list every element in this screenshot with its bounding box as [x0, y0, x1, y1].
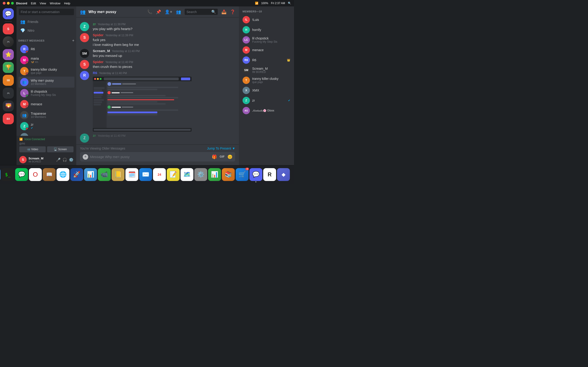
member-name-zr: zr [252, 99, 286, 102]
search-icon[interactable]: 🔍 [288, 2, 291, 5]
menu-window[interactable]: Window [50, 2, 61, 5]
member-item-akatsuki[interactable]: AG 𝓐𝓴𝓪𝓽𝓼𝓾𝓴𝓲🌸 Gloxx [241, 106, 292, 116]
dm-item-lilchopstick[interactable]: L lil chopstick Fucking My Step Sis [18, 88, 74, 99]
dock-calendar24[interactable]: 24 [153, 168, 166, 181]
dock-notes[interactable]: 📝 [167, 168, 180, 181]
nav-friends[interactable]: 👥 Friends [18, 17, 74, 26]
mute-icon[interactable]: 🎤 [56, 158, 61, 162]
menu-help[interactable]: Help [64, 2, 70, 5]
server-icon-2[interactable]: 🎮 [3, 36, 14, 47]
member-item-scream[interactable]: SM Scream_M IM BORED [241, 65, 292, 75]
screen-button[interactable]: 🖥️ Screen [47, 146, 73, 152]
avatar-menace: M [20, 100, 28, 108]
numbers-icon: 📊 [211, 171, 218, 178]
dock-terminal[interactable]: $_ [1, 168, 14, 181]
help-icon[interactable]: ❓ [230, 9, 235, 15]
member-sub-tkc: que papi [252, 81, 290, 84]
dm-item-whyme[interactable]: 👥 Why me= pussy 10 Members [18, 77, 74, 88]
menu-view[interactable]: View [40, 2, 46, 5]
dm-status-zr: ✔ [31, 126, 73, 130]
pin-icon[interactable]: 📌 [156, 9, 161, 15]
close-button[interactable] [3, 2, 6, 5]
dm-item-tkc[interactable]: T tranny killer clusky que papi [18, 66, 74, 77]
add-member-icon[interactable]: 👤+ [165, 9, 172, 15]
menu-edit[interactable]: Edit [31, 2, 36, 5]
member-item-r6[interactable]: R6 R6 👑 [241, 55, 292, 65]
minimize-button[interactable] [7, 2, 10, 5]
dm-item-trapanese[interactable]: 👥 Trapanese 10 Members [18, 110, 74, 121]
dock-keynote[interactable]: 📊 [84, 168, 97, 181]
message-r6-image: R R6 Yesterday at 11:40 PM [76, 70, 239, 133]
dm-name-lilchopstick: lil chopstick [31, 90, 73, 93]
dock-opera[interactable]: O [29, 168, 42, 181]
member-item-lilchopstick[interactable]: LC lil chopstick Fucking My Step Sis [241, 35, 292, 45]
server-icon-5[interactable]: SB [3, 75, 14, 86]
message-zr-partial: Z zr Yesterday at 11:40 PM [76, 133, 239, 144]
nav-nitro[interactable]: 💎 Nitro [18, 26, 74, 35]
window-controls[interactable] [3, 2, 14, 5]
settings-icon[interactable]: ⚙️ [69, 158, 73, 162]
emoji-icon[interactable]: 😊 [227, 154, 233, 159]
appstore-icon: 🛒 [238, 171, 246, 178]
video-button[interactable]: 📹 Video [19, 146, 46, 152]
dm-item-lxserarri[interactable]: L lxser_arri [18, 132, 74, 136]
server-icon-1[interactable]: S [3, 23, 14, 34]
dock-trash[interactable]: 🗑️ [294, 168, 294, 181]
server-icon-3[interactable]: ⭐ [3, 49, 14, 60]
chat-search-input[interactable] [187, 10, 210, 14]
input-icons: 🎁 GIF 😊 [212, 154, 233, 159]
dock-numbers[interactable]: 📊 [208, 168, 221, 181]
member-item-tkc-m[interactable]: T tranny killer clusky que papi [241, 75, 292, 85]
member-item-luis[interactable]: !L !Luis [241, 15, 292, 25]
dock-roblox[interactable]: R [263, 168, 276, 181]
dock-appstore[interactable]: 🛒 4 [236, 168, 249, 181]
dock-settings[interactable]: ⚙️ [194, 168, 207, 181]
dock-messages[interactable]: 💬 [15, 168, 28, 181]
dock-chrome[interactable]: 🌐 [57, 168, 69, 181]
member-item-xmx[interactable]: X XMX [241, 85, 292, 95]
server-icon-6[interactable]: 🎮 [3, 88, 14, 99]
dm-item-r6[interactable]: R R6 [18, 44, 74, 55]
dock-books[interactable]: 📚 [222, 168, 235, 181]
dock-dictionary[interactable]: 📖 [43, 168, 56, 181]
server-icon-7[interactable]: 🌄 [3, 100, 14, 111]
add-dm-icon[interactable]: + [72, 39, 74, 43]
member-item-horrify[interactable]: H horrify [241, 25, 292, 35]
dock-mail[interactable]: ✉️ [139, 168, 152, 181]
dm-item-zr[interactable]: Z zr ✔ [18, 121, 74, 132]
dock-finder[interactable]: 🔵 [0, 168, 0, 181]
dock-notefile[interactable]: 📒 [112, 168, 124, 181]
dm-search-input[interactable] [19, 9, 74, 15]
member-item-zr-m[interactable]: Z zr ✔ [241, 95, 292, 106]
dock-facetime[interactable]: 📹 [98, 168, 111, 181]
server-icon-4[interactable]: 🏆 [3, 62, 14, 73]
server-icon-8[interactable]: BX [3, 113, 14, 124]
chevron-down-icon: ▼ [232, 147, 235, 150]
add-reaction-icon[interactable]: 😊+ [221, 73, 228, 77]
dm-item-maria[interactable]: M maria 🦋 xo. [18, 55, 74, 66]
gift-icon[interactable]: 🎁 [212, 154, 217, 159]
dock-maps[interactable]: 🗺️ [181, 168, 193, 181]
wifi-icon: 📶 [255, 2, 258, 5]
msg-time-spider: Yesterday at 11:39 PM [105, 34, 133, 37]
jump-to-present-button[interactable]: Jump To Present ▼ [207, 147, 235, 150]
discord-home-icon[interactable]: 💬 [3, 8, 14, 19]
add-attachment-button[interactable]: + [83, 154, 88, 160]
dock-discord[interactable]: 💬 [250, 168, 262, 181]
inbox-icon[interactable]: 📥 [221, 9, 226, 15]
dock-rocket[interactable]: 🚀 [70, 168, 83, 181]
message-input[interactable] [90, 152, 210, 161]
gif-icon[interactable]: GIF [219, 154, 225, 159]
members-icon[interactable]: 👥 [176, 9, 181, 15]
dm-item-menace[interactable]: M menace [18, 99, 74, 110]
more-options-icon[interactable]: ••• [229, 73, 233, 77]
menu-bar[interactable]: Discord Edit View Window Help [16, 2, 70, 5]
headphone-icon[interactable]: 🎧 [62, 158, 67, 162]
shared-screenshot[interactable] [93, 77, 191, 132]
call-icon[interactable]: 📞 [147, 9, 152, 15]
app-menu-discord[interactable]: Discord [16, 2, 27, 5]
dock-calendar-app[interactable]: 🗓️ [125, 168, 138, 181]
member-item-menace[interactable]: M menace [241, 45, 292, 55]
dock-linear[interactable]: ◆ [277, 168, 290, 181]
maximize-button[interactable] [11, 2, 14, 5]
